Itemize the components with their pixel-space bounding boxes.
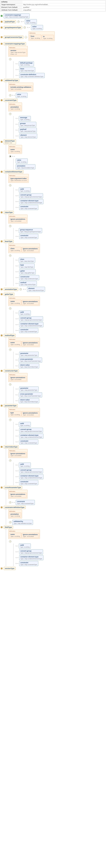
payload-value[interactable]: valueType: xs:string bbox=[25, 19, 37, 24]
bt-method[interactable]: methodType: map:methodType bbox=[19, 281, 37, 286]
ia-attr[interactable]: ignore-annotationsType: xs:boolean bbox=[9, 217, 27, 223]
type-icon bbox=[1, 43, 3, 45]
ia-attr[interactable]: ignore-annotationsType: xs:boolean bbox=[22, 300, 39, 305]
gt-cet[interactable]: container-element-typeType: map:containe… bbox=[19, 322, 44, 327]
mt-param[interactable]: parameterType: map:parameterType bbox=[19, 352, 39, 357]
version-attr[interactable]: versionType: map:versionTypeFixed: 2.0 bbox=[9, 49, 27, 56]
root-element[interactable]: constraint-mappingsType: map:constraint-… bbox=[4, 13, 30, 19]
gt-valid[interactable]: validType: xs:string bbox=[19, 310, 31, 316]
name-attr[interactable]: nameType: xs:string bbox=[9, 341, 21, 346]
et-value[interactable]: valueType: xs:string bbox=[16, 158, 28, 163]
bean-type[interactable]: beanType bbox=[4, 240, 14, 243]
ctor-cp[interactable]: cross-parameterType: map:crossParameterT… bbox=[19, 392, 42, 398]
attributes-group: Attributes ignore-annotationsType: xs:bo… bbox=[8, 449, 28, 458]
ia-attr[interactable]: ignore-annotationsType: xs:boolean bbox=[22, 247, 39, 252]
container-element-type[interactable]: containerElementType bbox=[4, 170, 24, 174]
class-type[interactable]: classType bbox=[4, 211, 14, 214]
bean-element[interactable]: beanType: map:beanType bbox=[19, 67, 35, 72]
class-attr[interactable]: classType: xs:string bbox=[9, 247, 21, 252]
rv-cg[interactable]: convert-groupType: map:groupConversionTy… bbox=[19, 468, 43, 473]
constraint-mappings-type[interactable]: constraint-mappingsType bbox=[4, 42, 26, 45]
group-conversion-type[interactable]: groupConversionType bbox=[4, 36, 24, 39]
method-type[interactable]: methodType bbox=[4, 334, 16, 337]
validated-by-type[interactable]: validated-byType bbox=[4, 79, 20, 82]
groupseq-value[interactable]: valueType: xs:string bbox=[31, 25, 43, 30]
choice-icon: ⬢ bbox=[9, 155, 11, 158]
ft-valid[interactable]: validType: xs:string bbox=[19, 544, 31, 549]
cet-constraint[interactable]: constraintType: map:constraintType bbox=[19, 205, 38, 210]
default-package-element[interactable]: default-packageType: xs:string bbox=[19, 61, 34, 66]
constructor-type[interactable]: constructorType bbox=[4, 369, 19, 372]
iev-attr[interactable]: include-existing-validatorsType: xs:bool… bbox=[9, 86, 32, 91]
parameter-type[interactable]: parameterType bbox=[4, 404, 18, 407]
gt-cg[interactable]: convert-groupType: map:groupConversionTy… bbox=[19, 316, 43, 321]
ia-attr[interactable]: ignore-annotationsType: xs:boolean bbox=[22, 533, 39, 538]
pt-valid[interactable]: validType: xs:string bbox=[19, 422, 31, 427]
ia-attr[interactable]: ignore-annotationsType: xs:boolean bbox=[22, 341, 39, 346]
ia-attr[interactable]: ignore-annotationsType: xs:boolean bbox=[9, 452, 27, 457]
ia-attr[interactable]: ignore-annotationsType: xs:boolean bbox=[22, 411, 39, 416]
cd-vb[interactable]: validated-byType: map:validated-byType bbox=[12, 520, 33, 525]
mt-rv[interactable]: return-valueType: map:returnValueType bbox=[19, 363, 39, 368]
sequence-icon: ⬡ bbox=[9, 184, 11, 187]
getter-type[interactable]: getterType bbox=[4, 292, 15, 296]
version-type[interactable]: versionType bbox=[4, 567, 16, 570]
cet-valid[interactable]: validType: xs:string bbox=[19, 187, 31, 192]
ct-constraint[interactable]: constraintType: map:constraintType bbox=[19, 234, 38, 239]
return-value-type[interactable]: returnValueType bbox=[4, 445, 19, 448]
ctor-rv[interactable]: return-valueType: map:returnValueType bbox=[19, 398, 39, 403]
annotation-attr[interactable]: annotationType: xs:string bbox=[9, 513, 21, 518]
rv-constraint[interactable]: constraintType: map:constraintType bbox=[19, 480, 38, 485]
cross-parameter-type[interactable]: crossParameterType bbox=[4, 486, 22, 489]
ctor-param[interactable]: parameterType: map:parameterType bbox=[19, 386, 39, 392]
rv-valid[interactable]: validType: xs:string bbox=[19, 463, 31, 468]
pt-constraint[interactable]: constraintType: map:constraintType bbox=[19, 439, 38, 444]
payload-element[interactable]: payloadType: map:payloadType bbox=[19, 128, 37, 133]
payload-type[interactable]: payloadType bbox=[4, 20, 16, 23]
ft-cg[interactable]: convert-groupType: map:groupConversionTy… bbox=[19, 549, 43, 554]
type-icon bbox=[1, 27, 3, 28]
element-element[interactable]: elementType: map:elementType bbox=[19, 133, 37, 138]
groups-element[interactable]: groupsType: map:groupsType bbox=[19, 122, 36, 127]
attributes-group: Attributes nameType: xs:string ignore-an… bbox=[8, 529, 40, 539]
ft-cet[interactable]: container-element-typeType: map:containe… bbox=[19, 555, 44, 560]
vb-value[interactable]: valueType: xs:string bbox=[16, 93, 28, 98]
constraint-definition-type[interactable]: constraint-definitionType bbox=[4, 506, 26, 509]
pt-cg[interactable]: convert-groupType: map:groupConversionTy… bbox=[19, 428, 43, 433]
et-annotation[interactable]: annotationType: map:annotationType bbox=[16, 164, 35, 169]
attributes-group: Attributes typeType: xs:string ignore-an… bbox=[8, 408, 40, 417]
at-element[interactable]: elementType: map:elementType bbox=[27, 287, 45, 292]
cp-constraint[interactable]: constraintType: map:constraintType bbox=[16, 500, 35, 505]
annotation-type[interactable]: annotationType bbox=[4, 288, 18, 291]
pt-cet[interactable]: container-element-typeType: map:containe… bbox=[19, 434, 44, 439]
ia-attr[interactable]: ignore-annotationsType: xs:boolean bbox=[9, 376, 27, 381]
element-type[interactable]: elementTypeMixed: true bbox=[4, 139, 16, 145]
name-attr[interactable]: nameType: xs:string bbox=[9, 533, 21, 538]
rv-cet[interactable]: container-element-typeType: map:containe… bbox=[19, 474, 44, 479]
bt-class[interactable]: classType: map:classType bbox=[19, 258, 35, 263]
group-sequence-type[interactable]: groupSequenceType bbox=[4, 26, 22, 29]
mt-cp[interactable]: cross-parameterType: map:crossParameterT… bbox=[19, 358, 42, 363]
cet-cet[interactable]: container-element-typeType: map:containe… bbox=[19, 199, 44, 204]
name-attr[interactable]: nameType: xs:string bbox=[9, 148, 21, 153]
annotation-attr[interactable]: annotationType: xs:string bbox=[9, 105, 21, 111]
schema-title: schema bbox=[1, 1, 22, 3]
field-type[interactable]: fieldType bbox=[4, 526, 13, 529]
message-element[interactable]: messageType: xs:string bbox=[19, 116, 31, 121]
type-attr[interactable]: typeType: xs:string bbox=[9, 411, 21, 416]
to-attr[interactable]: toType: xs:string bbox=[42, 35, 54, 40]
ft-constraint[interactable]: constraintType: map:constraintType bbox=[19, 561, 38, 566]
constraint-def-element[interactable]: constraint-definitionType: map:constrain… bbox=[19, 73, 45, 78]
bt-ctor[interactable]: constructorType: map:constructorType bbox=[19, 275, 39, 280]
name-attr[interactable]: nameType: xs:string bbox=[9, 300, 21, 305]
constraint-type[interactable]: constraintType bbox=[4, 99, 18, 102]
tai-attr[interactable]: type-argument-indexType: Restriction of … bbox=[9, 177, 28, 182]
connector-icon: — bbox=[25, 36, 27, 38]
bt-field[interactable]: fieldType: map:fieldType bbox=[19, 264, 35, 269]
ia-attr[interactable]: ignore-annotationsType: xs:boolean bbox=[9, 493, 27, 498]
from-attr[interactable]: fromType: xs:string bbox=[29, 35, 42, 40]
ct-gs[interactable]: group-sequenceType: map:groupSequenceTyp… bbox=[19, 228, 42, 233]
gt-constraint[interactable]: constraintType: map:constraintType bbox=[19, 328, 38, 333]
cet-cg[interactable]: convert-groupType: map:groupConversionTy… bbox=[19, 193, 43, 198]
bt-getter[interactable]: getterType: map:getterType bbox=[19, 269, 36, 274]
